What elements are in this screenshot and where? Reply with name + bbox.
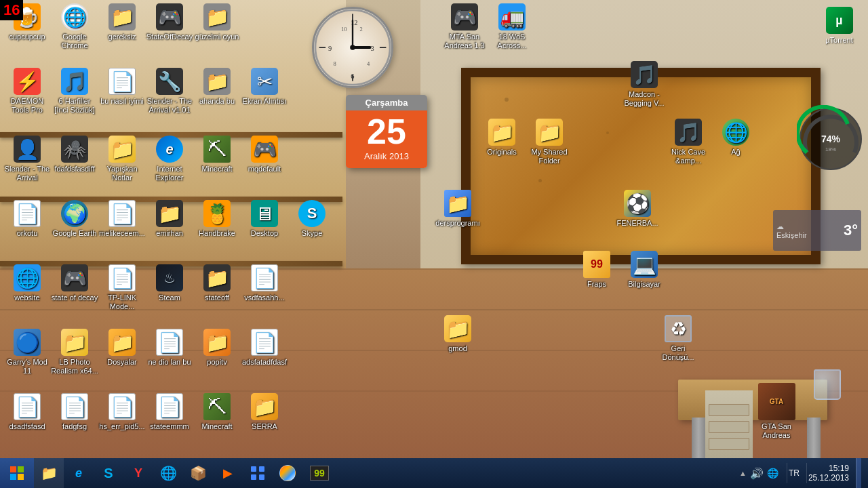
icon-nickcave[interactable]: 🎵 Nick Cave &amp...	[665, 119, 712, 165]
utorrent-icon[interactable]: µ µTorrent	[817, 7, 861, 44]
icon-fg-label: fadgfsg	[51, 422, 98, 431]
taskbar-icon-yandex[interactable]: Y	[123, 458, 153, 488]
icon-gereksiz[interactable]: 📁 gereksiz	[98, 3, 146, 41]
icon-adsfatadfdasf[interactable]: 📄 adsfatadfdasf	[241, 329, 288, 367]
icon-mta-label: MTA San Andreas 1.3	[441, 33, 488, 50]
icon-gereksiz-img: 📁	[108, 3, 136, 30]
icon-hb-img: 🍍	[203, 200, 231, 227]
icon-18wos[interactable]: 🚛 18 WoS Across...	[488, 3, 536, 50]
icon-serra[interactable]: 📁 SERRA	[241, 393, 288, 431]
icon-skype[interactable]: S Skype	[288, 200, 336, 238]
icon-dsadfsfasd[interactable]: 📄 dsadfsfasd	[3, 393, 51, 431]
icon-minecraft-2[interactable]: ⛏ Minecraft	[193, 393, 241, 431]
icon-ie-img: e	[156, 136, 183, 163]
icon-google-earth[interactable]: 🌍 Google Earth	[51, 200, 98, 238]
icon-slender-arrival[interactable]: 👤 Slender - The Arrival	[3, 136, 51, 182]
icon-google-chrome[interactable]: 🌐 Google Chrome	[51, 3, 98, 50]
icon-network[interactable]: 🌐 Ağ	[712, 119, 760, 157]
icon-ahanda[interactable]: 📁 ahanda bu	[193, 68, 241, 106]
calendar-widget: Çarşamba 25 Aralık 2013	[346, 95, 427, 168]
icon-state-of-decay[interactable]: 🎮 StateOfDecay	[146, 3, 193, 41]
taskbar-icon-chrome[interactable]: 🌐	[153, 458, 183, 488]
icon-ie[interactable]: e Internet Explorer	[146, 136, 193, 182]
icon-myshared[interactable]: 📁 My Shared Folder	[526, 119, 573, 165]
tray-network-icon[interactable]: 🌐	[767, 468, 778, 479]
svg-rect-21	[10, 474, 16, 480]
show-desktop-button[interactable]	[856, 458, 861, 488]
taskbar-icon-explorer[interactable]: 📁	[34, 458, 64, 488]
icon-tplink[interactable]: 📄 TP-LINK Mode...	[98, 264, 146, 311]
icon-minecraft-1[interactable]: ⛏ Minecraft	[193, 136, 241, 174]
icon-steam[interactable]: ♨ Steam	[146, 264, 193, 302]
icon-guzelmi[interactable]: 📁 güzelmi oyun	[193, 3, 241, 41]
icon-ahanda-label: ahanda bu	[193, 97, 241, 106]
speed-widget: 74% 18%	[797, 105, 865, 173]
icon-bilgisayar[interactable]: 💻 Bilgisayar	[620, 251, 668, 289]
icon-stateemmm[interactable]: 📄 stateemmm	[146, 393, 193, 431]
taskbar-icon-winrar[interactable]: 📦	[183, 458, 213, 488]
icon-originals[interactable]: 📁 Originals	[478, 119, 526, 157]
icon-bu-nasil[interactable]: 📄 bu nasıl iyimi	[98, 68, 146, 106]
taskbar-icon-media[interactable]: ▶	[213, 458, 243, 488]
calendar-body: 25 Aralık 2013	[346, 110, 427, 168]
icon-emirhan[interactable]: 📁 emirhan	[146, 200, 193, 238]
icon-fenerbahce[interactable]: ⚽ FENERBA...	[614, 190, 661, 228]
icon-state-decay-2[interactable]: 🎮 state of decay	[51, 264, 98, 302]
icon-yapiskan[interactable]: 📁 Yapışkan Notlar	[98, 136, 146, 182]
taskbar-clock[interactable]: 15:19 25.12.2013	[808, 464, 849, 483]
language-label: TR	[789, 468, 800, 478]
icon-daemon[interactable]: ⚡ DAEMON Tools Pro	[3, 68, 51, 115]
start-button[interactable]	[0, 458, 34, 488]
icon-madcon[interactable]: 🎵 Madcon - Begging V...	[620, 61, 668, 108]
icon-fadgfsg[interactable]: 📄 fadgfsg	[51, 393, 98, 431]
icon-website[interactable]: 🌐 website	[3, 264, 51, 302]
icon-melikeceem[interactable]: 📄 melikeceem...	[98, 200, 146, 238]
tray-speaker-icon[interactable]: 🔊	[750, 467, 764, 480]
icon-desktop[interactable]: 🖥 Desktop	[241, 200, 288, 238]
icon-fb-img: ⚽	[624, 190, 651, 217]
icon-gta-san[interactable]: GTA GTA San Andreas	[753, 383, 800, 440]
icon-garrysmod[interactable]: 🔵 Garry's Mod 11	[3, 329, 51, 375]
icon-guzelmi-img: 📁	[203, 3, 231, 30]
icon-vsdfasahh[interactable]: 📄 vsdfasahh...	[241, 264, 288, 302]
taskbar-icon-skype[interactable]: S	[94, 458, 123, 488]
icon-fraps[interactable]: 99 Fraps	[573, 251, 620, 289]
icon-gmod-img: 📁	[444, 315, 471, 342]
taskbar-icon-ie[interactable]: e	[64, 458, 94, 488]
icon-ekran-alintisi[interactable]: ✂ Ekran Alıntısı	[241, 68, 288, 106]
icon-6harfler[interactable]: 🎵 6 Harfiller [İnci Sözlük]	[51, 68, 98, 115]
icon-mqdefault[interactable]: 🎮 mqdefault	[241, 136, 288, 174]
icon-sk-label: Skype	[288, 229, 336, 238]
icon-or-label: orkotu	[3, 229, 51, 238]
weather-city: Eskişehir	[776, 231, 844, 239]
svg-rect-24	[259, 466, 264, 472]
icon-gta-label: GTA San Andreas	[753, 422, 800, 440]
icon-lb-photo[interactable]: 📁 LB Photo Realism x64...	[51, 329, 98, 375]
svg-rect-25	[251, 474, 256, 480]
taskbar-icon-browser[interactable]	[273, 458, 302, 488]
icon-mta[interactable]: 🎮 MTA San Andreas 1.3	[441, 3, 488, 50]
icon-gmod-folder[interactable]: 📁 gmod	[434, 315, 481, 353]
taskbar-icon-fraps[interactable]: 99	[302, 458, 336, 488]
icon-ne-dio[interactable]: 📄 ne dio lan bu	[146, 329, 193, 367]
icon-cupcupcup-label: cupcupcup	[3, 33, 51, 41]
icon-lb-label: LB Photo Realism x64...	[51, 358, 98, 375]
taskbar-icon-apps[interactable]	[243, 458, 273, 488]
language-indicator[interactable]: TR	[789, 468, 800, 478]
icon-hserr[interactable]: 📄 hs_err_pid5...	[98, 393, 146, 431]
icon-recycle-bin[interactable]: ♻ Geri Dönüşü...	[654, 315, 702, 362]
icon-madcon-label: Madcon - Begging V...	[620, 90, 668, 108]
tray-expand-arrow[interactable]: ▲	[739, 469, 747, 477]
svg-text:18%: 18%	[825, 146, 836, 152]
icon-orkotu[interactable]: 📄 orkotu	[3, 200, 51, 238]
icon-handbrake[interactable]: 🍍 Handbrake	[193, 200, 241, 238]
icon-slender[interactable]: 🔧 Slender - The Arrival v1.01	[146, 68, 193, 115]
icon-dosyalar[interactable]: 📁 Dosyalar	[98, 329, 146, 367]
icon-stateoff[interactable]: 📁 stateoff	[193, 264, 241, 302]
windows-logo-icon	[9, 466, 24, 481]
icon-fdafdsfasdiff[interactable]: 🕷️ fdafdsfasdiff	[51, 136, 98, 174]
icon-dersprogram[interactable]: 📁 dersprogramı	[434, 190, 481, 228]
icon-popitv[interactable]: 📁 popitv	[193, 329, 241, 367]
yandex-taskbar-icon: Y	[134, 466, 142, 481]
taskbar-divider-1	[787, 463, 787, 483]
